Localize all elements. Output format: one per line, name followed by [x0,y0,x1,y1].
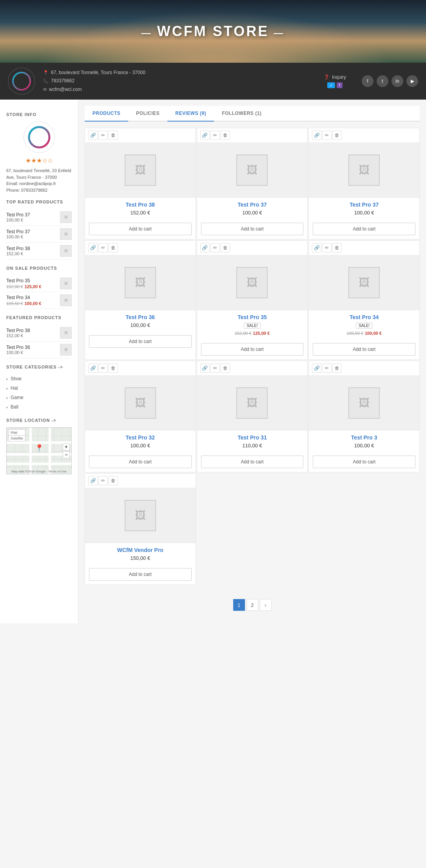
product-name[interactable]: WCfM Vendor Pro [89,547,192,553]
product-name[interactable]: Test Pro 31 [201,434,304,441]
category-item-game[interactable]: ▸Game [6,393,72,402]
product-link-button[interactable]: 🔗 [200,243,210,252]
featured-product-item[interactable]: Test Pro 36 100,00 € 🖼 [6,341,72,358]
product-link-button[interactable]: 🔗 [200,363,210,373]
star-rating: ★★★☆☆ [6,157,72,164]
product-delete-button[interactable]: 🗑 [109,131,118,140]
map-view-button[interactable]: Map [9,430,25,436]
product-delete-button[interactable]: 🗑 [221,363,230,373]
product-edit-button[interactable]: ✏ [210,131,220,140]
top-rated-product-item[interactable]: Test Pro 37 100,00 € 🖼 [6,209,72,226]
facebook-button[interactable]: f [362,75,373,87]
sidebar-product-info: Test Pro 36 100,00 € [6,345,60,355]
product-edit-button[interactable]: ✏ [98,243,108,252]
product-delete-button[interactable]: 🗑 [109,363,118,373]
add-to-cart-button[interactable]: Add to cart [313,343,415,356]
twitter-button[interactable]: t [377,75,388,87]
on-sale-list: Test Pro 35 152,00 € 125,00 € 🖼 Test Pro… [6,275,72,309]
product-delete-button[interactable]: 🗑 [332,363,342,373]
product-link-button[interactable]: 🔗 [88,243,98,252]
add-to-cart-button[interactable]: Add to cart [201,456,304,468]
add-to-cart-button[interactable]: Add to cart [89,456,192,468]
product-image: 🖼 [309,376,419,430]
product-delete-button[interactable]: 🗑 [109,243,118,252]
product-actions-bar: 🔗 ✏ 🗑 [309,128,419,143]
product-name[interactable]: Test Pro 32 [89,434,192,441]
sidebar-product-thumb: 🖼 [60,294,72,306]
product-delete-button[interactable]: 🗑 [332,131,342,140]
top-rated-product-item[interactable]: Test Pro 38 152,00 € 🖼 [6,243,72,260]
sidebar-product-thumb: 🖼 [60,278,72,289]
add-to-cart-button[interactable]: Add to cart [313,223,415,235]
product-name[interactable]: Test Pro 37 [313,202,415,208]
inquiry-link[interactable]: ❓ Inquiry [324,74,346,80]
featured-list: Test Pro 38 152,00 € 🖼 Test Pro 36 100,0… [6,325,72,358]
product-delete-button[interactable]: 🗑 [332,243,342,252]
product-info: Test Pro 34 SALE! 109,50 € 100,00 € [309,310,419,343]
zoom-in-button[interactable]: + [63,443,70,450]
product-delete-button[interactable]: 🗑 [221,243,230,252]
product-edit-button[interactable]: ✏ [322,363,332,373]
product-edit-button[interactable]: ✏ [322,131,332,140]
product-name[interactable]: Test Pro 35 [201,314,304,320]
top-rated-product-item[interactable]: Test Pro 37 100,00 € 🖼 [6,226,72,243]
category-item-hat[interactable]: ▸Hat [6,383,72,393]
sidebar-product-info: Test Pro 38 152,00 € [6,246,60,256]
product-edit-button[interactable]: ✏ [98,363,108,373]
pagination: 1 2 › [85,593,420,617]
product-link-button[interactable]: 🔗 [88,476,98,485]
zoom-out-button[interactable]: − [63,451,70,458]
product-edit-button[interactable]: ✏ [210,243,220,252]
satellite-view-button[interactable]: Satellite [9,436,25,441]
product-price: 110,00 € [201,443,304,449]
product-link-button[interactable]: 🔗 [312,243,321,252]
add-to-cart-button[interactable]: Add to cart [89,568,192,581]
sale-price: 100,00 € [24,301,41,306]
on-sale-product-item[interactable]: Test Pro 34 109,50 € 100,00 € 🖼 [6,292,72,309]
product-name[interactable]: Test Pro 38 [89,202,192,208]
product-name[interactable]: Test Pro 34 [313,314,415,320]
product-name[interactable]: Test Pro 36 [89,314,192,320]
add-to-cart-button[interactable]: Add to cart [313,456,415,468]
linkedin-button[interactable]: in [392,75,403,87]
product-link-button[interactable]: 🔗 [312,131,321,140]
featured-product-item[interactable]: Test Pro 38 152,00 € 🖼 [6,325,72,341]
page-2-button[interactable]: 2 [247,599,258,611]
product-edit-button[interactable]: ✏ [322,243,332,252]
add-to-cart-button[interactable]: Add to cart [201,343,304,356]
product-name[interactable]: Test Pro 37 [201,202,304,208]
category-arrow: ▸ [6,377,8,381]
tab-products[interactable]: PRODUCTS [85,106,128,122]
product-link-button[interactable]: 🔗 [200,131,210,140]
category-label: Shoe [11,376,22,381]
product-edit-button[interactable]: ✏ [98,131,108,140]
product-link-button[interactable]: 🔗 [312,363,321,373]
on-sale-product-item[interactable]: Test Pro 35 152,00 € 125,00 € 🖼 [6,275,72,292]
product-delete-button[interactable]: 🗑 [109,476,118,485]
product-edit-button[interactable]: ✏ [210,363,220,373]
tab-followers[interactable]: FOLLOWERS (1) [214,106,269,122]
product-edit-button[interactable]: ✏ [98,476,108,485]
tab-reviews[interactable]: REVIEWS (9) [167,106,214,122]
product-price: 100,00 € [89,322,192,328]
product-delete-button[interactable]: 🗑 [221,131,230,140]
store-map[interactable]: 📍 Map Satellite + − Map data ©2018 Googl… [6,427,72,474]
product-link-button[interactable]: 🔗 [88,363,98,373]
category-item-ball[interactable]: ▸Ball [6,402,72,412]
categories-title: STORE CATEGORIES -> [6,365,72,369]
sidebar-product-thumb: 🖼 [60,327,72,339]
add-to-cart-button[interactable]: Add to cart [201,223,304,235]
add-to-cart-button[interactable]: Add to cart [89,223,192,235]
product-info: Test Pro 37 100,00 € [309,198,419,223]
page-1-button[interactable]: 1 [233,599,245,611]
image-placeholder-inner: 🖼 [348,267,380,298]
product-price: 109,50 € 100,00 € [313,330,415,336]
page-next-button[interactable]: › [260,599,272,611]
product-link-button[interactable]: 🔗 [88,131,98,140]
product-name[interactable]: Test Pro 3 [313,434,415,441]
store-phone: 783379862 [51,77,74,85]
tab-policies[interactable]: POLICIES [128,106,167,122]
youtube-button[interactable]: ▶ [406,75,418,87]
category-item-shoe[interactable]: ▸Shoe [6,374,72,383]
add-to-cart-button[interactable]: Add to cart [89,335,192,348]
